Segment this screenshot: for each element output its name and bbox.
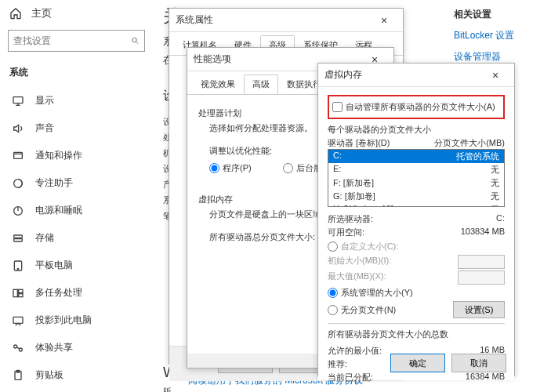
drive-row[interactable]: G: [新加卷]无 [328, 190, 504, 203]
svg-point-13 [14, 345, 17, 348]
bitlocker-link[interactable]: BitLocker 设置 [454, 29, 540, 42]
home-label: 主页 [31, 6, 52, 20]
close-icon[interactable]: × [483, 69, 508, 82]
display-icon [12, 95, 24, 107]
drive-row[interactable]: E: 无 [328, 163, 504, 176]
drive-list[interactable]: C: 托管的系统 E: 无 F: [新加卷]无 G: [新加卷]无 H: [Wi… [328, 149, 505, 207]
home-nav[interactable]: 主页 [0, 0, 153, 28]
selected-drive-label: 所选驱动器: [328, 213, 406, 225]
dialog-title: 性能选项 [194, 53, 231, 66]
drive-row[interactable]: C: 托管的系统 [328, 150, 504, 163]
auto-manage-highlight: 自动管理所有驱动器的分页文件大小(A) [328, 95, 505, 119]
sidebar-item-multitask[interactable]: 多任务处理 [0, 279, 153, 307]
sidebar-item-clipboard[interactable]: 剪贴板 [0, 361, 153, 389]
sidebar-item-label: 平板电脑 [35, 259, 73, 272]
sidebar-item-label: 体验共享 [35, 341, 73, 354]
initial-size-label: 初始大小(MB)(I): [328, 255, 406, 269]
tablet-icon [12, 260, 24, 272]
sidebar-item-project[interactable]: 投影到此电脑 [0, 307, 153, 334]
dialog-title: 系统属性 [176, 13, 213, 27]
focus-icon [12, 177, 24, 190]
drive-row[interactable]: F: [新加卷]无 [328, 176, 504, 190]
col-size: 分页文件大小(MB) [434, 137, 505, 149]
sidebar-item-power[interactable]: 电源和睡眠 [0, 197, 153, 224]
auto-manage-checkbox[interactable]: 自动管理所有驱动器的分页文件大小(A) [332, 101, 500, 113]
multitask-icon [12, 287, 24, 299]
available-value: 103834 MB [461, 227, 505, 238]
sidebar-item-label: 声音 [35, 122, 54, 135]
close-icon[interactable]: × [372, 14, 397, 27]
svg-point-8 [17, 268, 18, 269]
sidebar-item-remote[interactable]: 远程桌面 [0, 389, 153, 392]
settings-sidebar: 主页 系统 显示 声音 通知和操作 专注助手 电源和睡眠 存储 平板电脑 多任务… [0, 0, 153, 392]
sidebar-item-shared[interactable]: 体验共享 [0, 334, 153, 361]
radio-none-input[interactable] [328, 305, 338, 315]
svg-rect-1 [13, 96, 23, 103]
vmem-body: 自动管理所有驱动器的分页文件大小(A) 每个驱动器的分页文件大小 驱动器 [卷标… [318, 87, 514, 346]
power-icon [12, 205, 24, 217]
sidebar-item-display[interactable]: 显示 [0, 87, 153, 114]
sidebar-item-sound[interactable]: 声音 [0, 114, 153, 142]
radio-system-input[interactable] [328, 288, 338, 298]
sidebar-item-tablet[interactable]: 平板电脑 [0, 252, 153, 279]
sidebar-item-storage[interactable]: 存储 [0, 224, 153, 252]
cur-label: 当前已分配: [328, 372, 406, 383]
available-label: 可用空间: [328, 227, 406, 238]
cur-value: 16384 MB [466, 372, 505, 383]
sidebar-item-label: 电源和睡眠 [35, 204, 82, 217]
total-title: 所有驱动器分页文件大小的总数 [328, 328, 505, 340]
sidebar-item-label: 投影到此电脑 [35, 314, 92, 327]
svg-rect-12 [13, 317, 23, 323]
project-icon [12, 314, 24, 327]
set-button[interactable]: 设置(S) [453, 301, 505, 318]
auto-manage-input[interactable] [332, 102, 343, 112]
max-size-input[interactable] [458, 270, 505, 285]
svg-rect-11 [19, 293, 23, 296]
search-icon [131, 35, 140, 46]
tab-visual[interactable]: 视觉效果 [192, 74, 244, 94]
device-manager-link[interactable]: 设备管理器 [454, 50, 540, 64]
sidebar-item-label: 多任务处理 [35, 286, 82, 299]
sidebar-item-label: 存储 [35, 231, 54, 245]
notification-icon [12, 150, 24, 162]
tab-advanced[interactable]: 高级 [244, 74, 278, 94]
dialog-titlebar[interactable]: 系统属性 × [169, 9, 403, 32]
ok-button[interactable]: 确定 [390, 354, 445, 372]
initial-size-input[interactable] [458, 255, 505, 269]
virtual-memory-dialog: 虚拟内存 × 自动管理所有驱动器的分页文件大小(A) 每个驱动器的分页文件大小 … [317, 63, 515, 376]
sidebar-item-label: 显示 [35, 94, 54, 107]
max-size-label: 最大值(MB)(X): [328, 270, 406, 285]
radio-custom-size[interactable]: 自定义大小(C): [328, 241, 505, 252]
radio-custom-input[interactable] [328, 241, 338, 252]
radio-system-managed[interactable]: 系统管理的大小(Y) [328, 287, 505, 299]
svg-rect-5 [14, 235, 23, 238]
related-settings: 相关设置 BitLocker 设置 设备管理器 [454, 8, 540, 71]
drive-row[interactable]: H: [Windows10]无 [328, 203, 504, 207]
each-drive-label: 每个驱动器的分页文件大小 [328, 124, 505, 136]
svg-point-0 [132, 38, 137, 42]
sidebar-item-focus[interactable]: 专注助手 [0, 169, 153, 197]
radio-programs[interactable]: 程序(P) [209, 162, 252, 174]
selected-drive-value: C: [496, 213, 505, 225]
col-drive: 驱动器 [卷标](D) [328, 137, 390, 149]
dialog-titlebar[interactable]: 虚拟内存 × [318, 64, 514, 87]
svg-rect-10 [19, 289, 23, 292]
sound-icon [12, 122, 24, 135]
drive-list-header: 驱动器 [卷标](D) 分页文件大小(MB) [328, 137, 505, 149]
cancel-button[interactable]: 取消 [451, 354, 506, 372]
sidebar-item-label: 专注助手 [35, 176, 73, 190]
storage-icon [12, 232, 24, 245]
shared-icon [12, 342, 24, 354]
radio-no-paging[interactable]: 无分页文件(N) [328, 304, 396, 316]
search-input-wrapper[interactable] [8, 30, 145, 52]
svg-rect-9 [13, 289, 17, 296]
sidebar-item-notifications[interactable]: 通知和操作 [0, 142, 153, 169]
radio-programs-input[interactable] [209, 163, 219, 173]
home-icon [9, 7, 22, 20]
svg-rect-6 [14, 238, 23, 241]
divider [328, 323, 505, 324]
sidebar-item-label: 通知和操作 [35, 149, 82, 162]
radio-services-input[interactable] [283, 163, 293, 173]
search-input[interactable] [13, 35, 131, 46]
sidebar-item-label: 剪贴板 [35, 368, 63, 382]
